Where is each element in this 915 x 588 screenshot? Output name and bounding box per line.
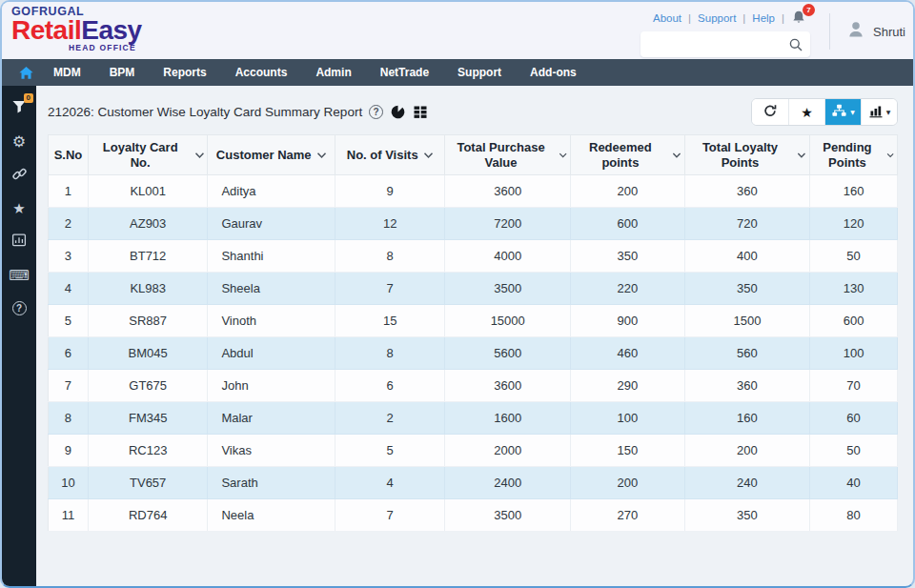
table-row[interactable]: 10TV657Sarath4240020024040 (49, 467, 898, 499)
column-header-loyalty-card-no[interactable]: Loyalty Card No. (88, 135, 207, 175)
table-row[interactable]: 3BT712Shanthi8400035040050 (49, 240, 898, 273)
nav-item-support[interactable]: Support (443, 59, 516, 86)
table-row[interactable]: 5SR887Vinoth15150009001500600 (49, 305, 898, 337)
cell-no-of-visits: 7 (335, 499, 444, 532)
cell-loyalty-card-no: BM045 (88, 337, 207, 370)
table-row[interactable]: 9RC123Vikas5200015020050 (49, 435, 898, 467)
cell-s-no: 3 (49, 240, 89, 273)
cell-redeemed-points: 150 (570, 435, 684, 467)
cell-total-purchase-value: 3600 (445, 370, 571, 402)
table-row[interactable]: 8FM345Malar2160010016060 (49, 402, 898, 435)
table-view-icon[interactable] (413, 105, 428, 119)
cell-total-purchase-value: 5600 (445, 337, 571, 370)
favorites-button[interactable]: ★ (2, 192, 36, 225)
table-row[interactable]: 1KL001Aditya93600200360160 (49, 175, 898, 208)
filter-icon-button[interactable]: 0 (2, 91, 36, 125)
report-content: 212026: Customer Wise Loyalty Card Summa… (36, 86, 913, 586)
cell-s-no: 7 (49, 370, 89, 402)
cell-total-loyalty-points: 360 (684, 370, 809, 402)
left-sidebar: 0 ⚙ ★ ⌨ ? (2, 86, 36, 586)
column-label: Customer Name (216, 148, 312, 163)
column-header-redeemed-points[interactable]: Redeemed points (570, 135, 684, 175)
header-link-about[interactable]: About (653, 12, 681, 24)
cell-redeemed-points: 350 (570, 240, 684, 273)
cell-total-loyalty-points: 350 (684, 499, 809, 532)
cell-s-no: 11 (49, 499, 89, 532)
cell-customer-name: Gaurav (208, 208, 336, 240)
cell-redeemed-points: 600 (570, 208, 684, 240)
table-row[interactable]: 2AZ903Gaurav127200600720120 (49, 208, 898, 240)
header-right: About|Support|Help| 7 (640, 10, 810, 57)
link-icon (11, 166, 28, 185)
header-link-support[interactable]: Support (698, 12, 736, 24)
column-label: Total Purchase Value (448, 140, 553, 170)
home-icon[interactable] (12, 65, 39, 80)
loyalty-summary-table: S.NoLoyalty Card No.Customer NameNo. of … (48, 134, 898, 532)
favorite-report-button[interactable]: ★ (788, 99, 824, 125)
brand-logo: GOFRUGAL RetailEasy HEAD OFFICE (11, 5, 142, 52)
bar-chart-icon (868, 104, 884, 121)
notifications-bell[interactable]: 7 (791, 10, 810, 27)
nav-item-accounts[interactable]: Accounts (221, 59, 302, 86)
chart-view-button[interactable]: ▼ (861, 99, 897, 125)
cell-total-purchase-value: 3500 (445, 499, 571, 532)
search-icon[interactable] (788, 37, 803, 52)
search-box[interactable] (640, 31, 810, 57)
header-link-help[interactable]: Help (752, 12, 775, 24)
cell-total-loyalty-points: 400 (684, 240, 809, 273)
nav-item-reports[interactable]: Reports (149, 59, 220, 86)
cell-total-loyalty-points: 360 (684, 175, 809, 208)
user-menu[interactable]: Shruti (829, 13, 905, 50)
column-header-pending-points[interactable]: Pending Points (810, 135, 898, 175)
link-button[interactable] (2, 158, 36, 192)
cell-pending-points: 70 (810, 370, 898, 402)
star-icon: ★ (12, 200, 25, 217)
brand-product-retail: Retail (11, 15, 81, 45)
cell-s-no: 8 (49, 402, 89, 435)
cell-pending-points: 100 (810, 337, 898, 370)
pie-chart-icon[interactable] (390, 104, 406, 120)
table-row[interactable]: 6BM045Abdul85600460560100 (49, 337, 898, 370)
cell-customer-name: Neela (208, 499, 336, 532)
hierarchy-icon (831, 103, 847, 121)
nav-item-bpm[interactable]: BPM (95, 59, 150, 86)
help-button[interactable]: ? (2, 292, 36, 325)
cell-no-of-visits: 2 (335, 402, 444, 435)
sort-caret-icon (797, 152, 806, 159)
cell-loyalty-card-no: KL983 (88, 273, 207, 305)
top-header: GOFRUGAL RetailEasy HEAD OFFICE About|Su… (2, 2, 913, 59)
cell-total-purchase-value: 3600 (445, 175, 571, 208)
column-label: Pending Points (813, 140, 882, 170)
nav-item-admin[interactable]: Admin (301, 59, 365, 86)
cell-s-no: 10 (49, 467, 89, 499)
column-label: No. of Visits (347, 148, 418, 163)
nav-item-nettrade[interactable]: NetTrade (366, 59, 443, 86)
settings-button[interactable]: ⚙ (2, 125, 36, 158)
table-row[interactable]: 4KL983Sheela73500220350130 (49, 273, 898, 305)
brand-tagline: HEAD OFFICE (69, 43, 142, 52)
hierarchy-view-button[interactable]: ▼ (824, 99, 861, 125)
cell-total-purchase-value: 4000 (445, 240, 571, 273)
table-row[interactable]: 7GT675John6360029036070 (49, 370, 898, 402)
column-header-customer-name[interactable]: Customer Name (208, 135, 336, 175)
favorite-star-icon: ★ (801, 106, 813, 119)
cell-loyalty-card-no: FM345 (88, 402, 207, 435)
search-input[interactable] (649, 38, 788, 51)
column-header-total-loyalty-points[interactable]: Total Loyalty Points (684, 135, 809, 175)
cell-customer-name: Vikas (208, 435, 336, 467)
nav-item-add-ons[interactable]: Add-ons (516, 59, 591, 86)
filter-badge: 0 (24, 93, 33, 103)
column-header-no-of-visits[interactable]: No. of Visits (335, 135, 444, 175)
table-row[interactable]: 11RD764Neela7350027035080 (49, 499, 898, 532)
cell-no-of-visits: 8 (335, 240, 444, 273)
nav-item-mdm[interactable]: MDM (39, 59, 95, 86)
keyboard-button[interactable]: ⌨ (2, 258, 36, 292)
column-header-total-purchase-value[interactable]: Total Purchase Value (445, 135, 571, 175)
report-help-icon[interactable]: ? (369, 105, 383, 119)
chevron-down-icon: ▼ (850, 109, 855, 115)
sort-caret-icon (559, 152, 567, 159)
refresh-button[interactable] (752, 99, 788, 125)
report-widget-button[interactable] (2, 225, 36, 258)
column-label: Redeemed points (574, 140, 667, 170)
cell-total-loyalty-points: 1500 (684, 305, 809, 337)
